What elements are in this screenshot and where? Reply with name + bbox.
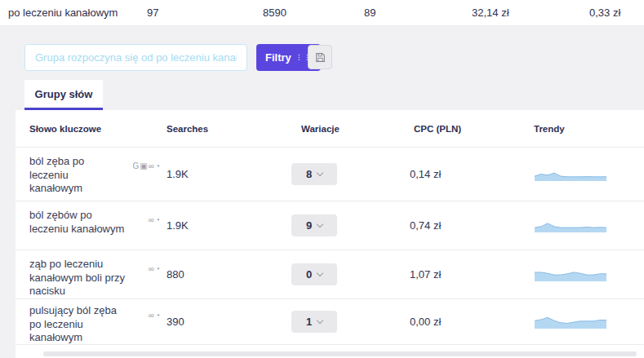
wariacje-value: 8 (306, 168, 312, 180)
col-header-cpc: CPC (PLN) (399, 124, 530, 134)
glasses-icon: ∞ (149, 311, 154, 320)
chevron-down-icon (317, 221, 323, 228)
searches-value: 1.9K (167, 168, 285, 180)
horizontal-scrollbar[interactable] (43, 351, 637, 356)
glasses-icon: ∞ (149, 215, 154, 224)
wariacje-value: 9 (306, 219, 312, 232)
save-button[interactable] (308, 45, 332, 69)
searches-value: 880 (167, 268, 285, 281)
tab-label: Grupy słów (35, 88, 93, 100)
keyword-text: ból zęba po leczeniu kanałowym (29, 155, 111, 196)
history-icon: ◔ (155, 215, 160, 224)
parent-metric-cpc-high: 32,14 zł (472, 0, 509, 25)
glasses-icon: ∞ (149, 161, 154, 170)
chevron-down-icon (317, 270, 323, 276)
wariacje-value: 1 (306, 316, 312, 328)
keyword-text: pulsujący ból zęba po leczeniu kanałowym (29, 304, 131, 345)
chevron-down-icon (317, 317, 323, 324)
col-header-wariacje: Wariacje (285, 124, 399, 134)
searches-value: 1.9K (167, 219, 285, 232)
group-search-input[interactable] (24, 44, 247, 71)
trend-sparkline (534, 167, 607, 181)
display-icon: ▣ (140, 161, 147, 170)
chevron-down-icon (317, 170, 323, 176)
table-row: ból zęba po leczeniu kanałowym G▣∞◔ 1.9K… (16, 148, 644, 201)
wariacje-dropdown[interactable]: 8 (291, 163, 337, 185)
table-row: ból zębów po leczeniu kanałowym ∞◔ 1.9K … (16, 201, 644, 250)
col-header-searches: Searches (167, 124, 285, 134)
wariacje-value: 0 (306, 268, 312, 281)
keyword-tool-screen: po leczeniu kanałowym 97 8590 89 32,14 z… (0, 0, 644, 358)
col-header-trendy: Trendy (530, 124, 644, 134)
keyword-groups-table: Słowo kluczowe Searches Wariacje CPC (PL… (16, 110, 644, 358)
table-row: ząb po leczeniu kanałowym boli przy naci… (16, 250, 644, 299)
parent-metric-searches: 97 (147, 0, 158, 25)
wariacje-dropdown[interactable]: 0 (291, 263, 337, 285)
cpc-value: 0,00 zł (399, 316, 530, 328)
history-icon: ◔ (155, 264, 160, 273)
filters-button-label: Filtry (265, 51, 291, 64)
cpc-value: 0,74 zł (399, 219, 530, 232)
cpc-value: 1,07 zł (399, 268, 530, 281)
wariacje-dropdown[interactable]: 9 (291, 214, 337, 236)
tab-grupy-slow[interactable]: Grupy słów (24, 80, 103, 110)
serp-feature-icons: ∞◔ (148, 209, 160, 226)
table-row: pulsujący ból zęba po leczeniu kanałowym… (16, 299, 644, 345)
glasses-icon: ∞ (149, 264, 154, 273)
keyword-text: ząb po leczeniu kanałowym boli przy naci… (29, 258, 131, 298)
parent-metric-count: 89 (364, 0, 375, 25)
trend-sparkline (534, 267, 607, 281)
google-icon: G (133, 161, 140, 170)
serp-feature-icons: G▣∞◔ (132, 155, 160, 172)
trend-sparkline (534, 315, 607, 329)
floppy-disk-icon (315, 52, 326, 63)
parent-metric-volume: 8590 (263, 0, 286, 25)
parent-keyword-row: po leczeniu kanałowym 97 8590 89 32,14 z… (0, 0, 644, 26)
trend-sparkline (534, 219, 607, 232)
history-icon: ◔ (155, 161, 160, 170)
keyword-text: ból zębów po leczeniu kanałowym (29, 209, 131, 236)
serp-feature-icons: ∞◔ (148, 304, 160, 321)
serp-feature-icons: ∞◔ (148, 258, 160, 275)
wariacje-dropdown[interactable]: 1 (291, 311, 337, 333)
parent-metric-cpc-low: 0,33 zł (589, 0, 620, 25)
history-icon: ◔ (155, 311, 160, 320)
col-header-keyword: Słowo kluczowe (16, 124, 167, 134)
parent-keyword: po leczeniu kanałowym (8, 0, 118, 25)
searches-value: 390 (167, 316, 285, 328)
cpc-value: 0,14 zł (399, 168, 530, 180)
table-header-row: Słowo kluczowe Searches Wariacje CPC (PL… (16, 110, 644, 148)
